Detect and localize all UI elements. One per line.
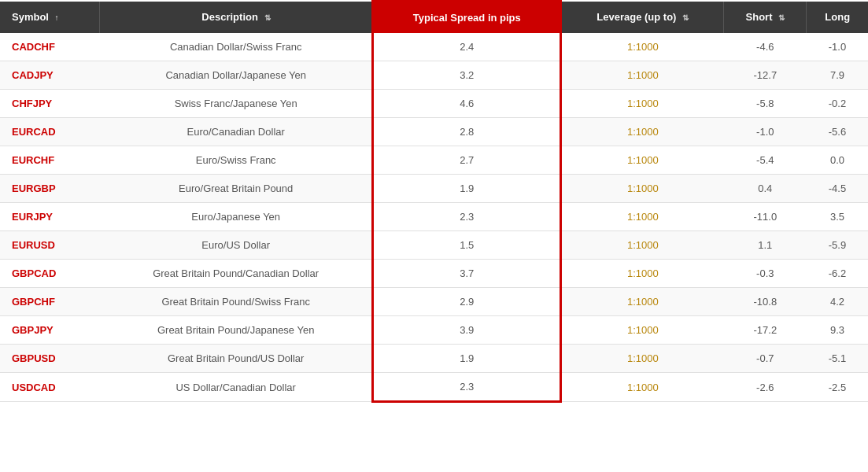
cell-symbol: EURJPY: [0, 203, 100, 231]
cell-description: Canadian Dollar/Swiss Franc: [100, 33, 373, 61]
cell-spread: 2.4: [373, 33, 561, 61]
cell-leverage: 1:1000: [561, 288, 724, 316]
sort-icon-short[interactable]: ⇅: [778, 13, 785, 22]
table-row: GBPCHFGreat Britain Pound/Swiss Franc2.9…: [0, 288, 868, 316]
table-row: EURCADEuro/Canadian Dollar2.81:1000-1.0-…: [0, 118, 868, 146]
cell-symbol: EURCAD: [0, 118, 100, 146]
cell-symbol: USDCAD: [0, 373, 100, 402]
cell-short: -2.6: [724, 373, 807, 402]
sort-icon-symbol[interactable]: ↑: [55, 13, 59, 22]
table-row: EURCHFEuro/Swiss Franc2.71:1000-5.40.0: [0, 146, 868, 175]
cell-description: Great Britain Pound/Swiss Franc: [100, 288, 373, 316]
cell-short: -0.3: [724, 260, 807, 288]
col-header-leverage[interactable]: Leverage (up to) ⇅: [561, 2, 724, 34]
cell-description: Great Britain Pound/Canadian Dollar: [100, 260, 373, 288]
cell-leverage: 1:1000: [561, 231, 724, 260]
cell-long: -5.1: [807, 345, 868, 373]
cell-short: -0.7: [724, 345, 807, 373]
cell-symbol: GBPUSD: [0, 345, 100, 373]
cell-short: -1.0: [724, 118, 807, 146]
cell-long: -5.6: [807, 118, 868, 146]
cell-long: 4.2: [807, 288, 868, 316]
cell-symbol: CHFJPY: [0, 90, 100, 118]
cell-long: -1.0: [807, 33, 868, 61]
cell-short: -10.8: [724, 288, 807, 316]
table-row: GBPCADGreat Britain Pound/Canadian Dolla…: [0, 260, 868, 288]
col-label-leverage: Leverage (up to): [597, 11, 676, 23]
cell-spread: 4.6: [373, 90, 561, 118]
col-label-long: Long: [825, 11, 850, 23]
cell-leverage: 1:1000: [561, 260, 724, 288]
col-header-spread[interactable]: Typical Spread in pips: [373, 2, 561, 34]
table-row: USDCADUS Dollar/Canadian Dollar2.31:1000…: [0, 373, 868, 402]
cell-short: 0.4: [724, 175, 807, 203]
cell-symbol: GBPJPY: [0, 316, 100, 345]
col-label-symbol: Symbol: [12, 11, 49, 23]
cell-spread: 1.9: [373, 175, 561, 203]
cell-long: -0.2: [807, 90, 868, 118]
cell-long: 7.9: [807, 61, 868, 90]
table-body: CADCHFCanadian Dollar/Swiss Franc2.41:10…: [0, 33, 868, 402]
cell-spread: 2.3: [373, 203, 561, 231]
cell-short: -11.0: [724, 203, 807, 231]
cell-symbol: GBPCHF: [0, 288, 100, 316]
sort-icon-description[interactable]: ⇅: [264, 13, 271, 22]
cell-description: Euro/Japanese Yen: [100, 203, 373, 231]
cell-leverage: 1:1000: [561, 146, 724, 175]
cell-leverage: 1:1000: [561, 316, 724, 345]
table-row: CADCHFCanadian Dollar/Swiss Franc2.41:10…: [0, 33, 868, 61]
col-header-long[interactable]: Long: [807, 2, 868, 34]
cell-short: -5.8: [724, 90, 807, 118]
cell-spread: 2.9: [373, 288, 561, 316]
cell-short: -12.7: [724, 61, 807, 90]
cell-long: 0.0: [807, 146, 868, 175]
col-header-symbol[interactable]: Symbol ↑: [0, 2, 100, 34]
cell-symbol: EURGBP: [0, 175, 100, 203]
header-row: Symbol ↑ Description ⇅ Typical Spread in…: [0, 2, 868, 34]
table-row: CHFJPYSwiss Franc/Japanese Yen4.61:1000-…: [0, 90, 868, 118]
cell-long: -2.5: [807, 373, 868, 402]
cell-spread: 2.3: [373, 373, 561, 402]
cell-leverage: 1:1000: [561, 61, 724, 90]
cell-description: Great Britain Pound/Japanese Yen: [100, 316, 373, 345]
cell-spread: 2.7: [373, 146, 561, 175]
cell-description: Euro/Canadian Dollar: [100, 118, 373, 146]
cell-leverage: 1:1000: [561, 90, 724, 118]
cell-spread: 1.5: [373, 231, 561, 260]
table-row: EURGBPEuro/Great Britain Pound1.91:10000…: [0, 175, 868, 203]
cell-description: Euro/Swiss Franc: [100, 146, 373, 175]
cell-leverage: 1:1000: [561, 203, 724, 231]
cell-short: -4.6: [724, 33, 807, 61]
sort-icon-leverage[interactable]: ⇅: [682, 13, 689, 22]
cell-leverage: 1:1000: [561, 33, 724, 61]
cell-spread: 3.2: [373, 61, 561, 90]
col-header-description[interactable]: Description ⇅: [100, 2, 373, 34]
cell-spread: 3.9: [373, 316, 561, 345]
col-header-short[interactable]: Short ⇅: [724, 2, 807, 34]
cell-description: Swiss Franc/Japanese Yen: [100, 90, 373, 118]
cell-symbol: GBPCAD: [0, 260, 100, 288]
cell-short: 1.1: [724, 231, 807, 260]
cell-symbol: EURUSD: [0, 231, 100, 260]
cell-spread: 3.7: [373, 260, 561, 288]
cell-long: -5.9: [807, 231, 868, 260]
table-row: EURJPYEuro/Japanese Yen2.31:1000-11.03.5: [0, 203, 868, 231]
cell-long: -4.5: [807, 175, 868, 203]
cell-leverage: 1:1000: [561, 345, 724, 373]
cell-symbol: CADCHF: [0, 33, 100, 61]
cell-long: 3.5: [807, 203, 868, 231]
col-label-short: Short: [746, 11, 773, 23]
cell-description: Great Britain Pound/US Dollar: [100, 345, 373, 373]
col-label-description: Description: [201, 11, 258, 23]
cell-description: US Dollar/Canadian Dollar: [100, 373, 373, 402]
cell-description: Canadian Dollar/Japanese Yen: [100, 61, 373, 90]
table-row: EURUSDEuro/US Dollar1.51:10001.1-5.9: [0, 231, 868, 260]
cell-short: -5.4: [724, 146, 807, 175]
cell-leverage: 1:1000: [561, 175, 724, 203]
cell-description: Euro/Great Britain Pound: [100, 175, 373, 203]
cell-spread: 2.8: [373, 118, 561, 146]
cell-long: -6.2: [807, 260, 868, 288]
cell-symbol: EURCHF: [0, 146, 100, 175]
cell-long: 9.3: [807, 316, 868, 345]
main-table: Symbol ↑ Description ⇅ Typical Spread in…: [0, 0, 868, 403]
